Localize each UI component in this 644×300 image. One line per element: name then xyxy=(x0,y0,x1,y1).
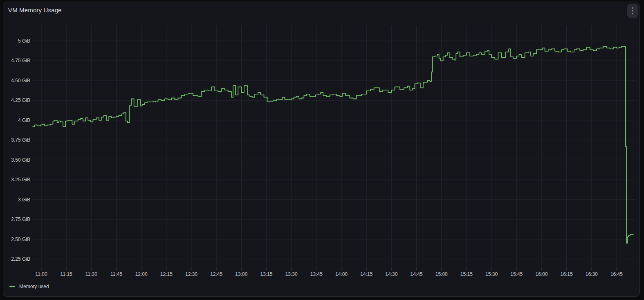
x-axis-tick-label: 16:15 xyxy=(561,271,573,277)
y-axis-tick-label: 2.75 GiB xyxy=(11,217,30,222)
y-axis-tick-label: 3.25 GiB xyxy=(11,177,30,183)
x-axis-tick-label: 11:00 xyxy=(35,271,47,277)
y-axis-tick-label: 4.25 GiB xyxy=(11,97,30,103)
x-axis-tick-label: 13:00 xyxy=(235,271,247,277)
x-axis-tick-label: 15:45 xyxy=(510,271,523,277)
x-axis-tick-label: 14:30 xyxy=(385,271,397,277)
x-axis-tick-label: 13:15 xyxy=(260,271,273,277)
y-axis-tick-label: 2.50 GiB xyxy=(11,237,30,242)
x-axis-tick-label: 14:00 xyxy=(335,271,348,277)
y-axis-tick-label: 3.75 GiB xyxy=(11,137,30,143)
x-axis-tick-label: 13:30 xyxy=(285,271,298,277)
y-axis-tick-label: 3 GiB xyxy=(18,197,30,203)
y-axis-tick-label: 5 GiB xyxy=(18,38,30,44)
y-axis-tick-label: 2.25 GiB xyxy=(11,256,30,262)
x-axis-tick-label: 15:00 xyxy=(435,271,448,277)
x-axis-tick-label: 12:45 xyxy=(210,271,222,277)
x-axis-tick-label: 15:15 xyxy=(460,271,473,277)
x-axis-tick-label: 11:45 xyxy=(110,271,122,277)
memory-used-series-line xyxy=(33,47,633,244)
x-axis-tick-label: 16:00 xyxy=(535,271,548,277)
y-axis-tick-label: 3.50 GiB xyxy=(11,157,30,163)
y-axis-tick-label: 4.75 GiB xyxy=(11,58,30,63)
y-axis-tick-label: 4 GiB xyxy=(18,117,30,123)
x-axis-tick-label: 13:45 xyxy=(310,271,323,277)
x-axis-tick-label: 14:15 xyxy=(360,271,372,277)
y-axis-tick-label: 4.50 GiB xyxy=(11,78,30,83)
memory-usage-chart-plot-area[interactable]: 5 GiB4.75 GiB4.50 GiB4.25 GiB4 GiB3.75 G… xyxy=(0,0,644,300)
x-axis-tick-label: 11:15 xyxy=(61,271,72,277)
x-axis-tick-label: 12:15 xyxy=(160,271,173,277)
x-axis-tick-label: 16:30 xyxy=(586,271,598,277)
x-axis-tick-label: 16:45 xyxy=(610,271,623,277)
x-axis-tick-label: 12:00 xyxy=(135,271,148,277)
x-axis-tick-label: 15:30 xyxy=(485,271,498,277)
x-axis-tick-label: 11:30 xyxy=(85,271,97,277)
x-axis-tick-label: 14:45 xyxy=(411,271,423,277)
x-axis-tick-label: 12:30 xyxy=(185,271,197,277)
